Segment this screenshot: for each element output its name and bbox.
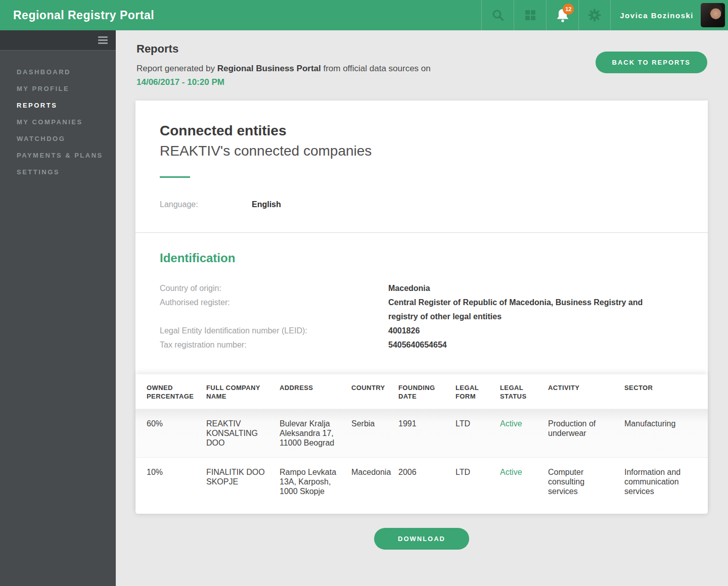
sidebar-item-my-profile[interactable]: MY PROFILE: [0, 80, 116, 97]
sidebar-item-watchdog[interactable]: WATCHDOG: [0, 130, 116, 147]
user-avatar[interactable]: [701, 3, 725, 27]
column-header-address: ADDRESS: [280, 383, 351, 401]
notifications-button[interactable]: 12: [546, 0, 578, 30]
cell-sector: Information and communication services: [624, 458, 703, 506]
download-button[interactable]: DOWNLOAD: [374, 528, 469, 550]
search-button[interactable]: [481, 0, 514, 30]
column-header-sector: SECTOR: [624, 383, 703, 401]
sidebar-item-reports[interactable]: REPORTS: [0, 97, 116, 114]
cell-address: Bulevar Kralja Aleksandra 17, 11000 Beog…: [280, 409, 351, 457]
field-country-of-origin: Country of origin: Macedonia: [160, 281, 684, 296]
field-label: Tax registration number:: [160, 338, 388, 352]
menu-toggle-icon[interactable]: [98, 35, 108, 45]
field-value: 5405640654654: [388, 338, 447, 352]
column-header-country: COUNTRY: [351, 383, 398, 401]
field-label: Legal Entity Identification number (LEID…: [160, 324, 388, 338]
apps-grid-icon: [524, 9, 536, 21]
identification-title: Identification: [160, 251, 684, 265]
language-label: Language:: [160, 200, 252, 209]
table-row: 10% FINALITIK DOO SKOPJE Rampo Levkata 1…: [135, 457, 708, 514]
column-header-founding-date: FOUNDING DATE: [398, 383, 456, 401]
settings-button[interactable]: [578, 0, 611, 30]
search-icon: [491, 9, 505, 22]
cell-country: Serbia: [351, 409, 398, 457]
field-tax-number: Tax registration number: 5405640654654: [160, 338, 684, 352]
cell-legal-status: Active: [500, 458, 548, 506]
portal-name: Regional Business Portal: [217, 64, 321, 73]
apps-button[interactable]: [514, 0, 546, 30]
sidebar-item-my-companies[interactable]: MY COMPANIES: [0, 114, 116, 130]
report-date: 14/06/2017 - 10:20 PM: [136, 77, 224, 87]
field-label: Authorised register:: [160, 296, 388, 324]
settings-gear-icon: [588, 9, 601, 22]
user-name[interactable]: Jovica Bozinoski: [611, 11, 701, 20]
identification-section: Identification Country of origin: Macedo…: [135, 233, 708, 374]
cell-sector: Manufacturing: [624, 409, 703, 457]
report-section-title: Connected entities: [160, 123, 684, 139]
cell-activity: Computer consulting services: [548, 458, 624, 506]
field-value: Central Register of Republic of Macedoni…: [388, 296, 661, 324]
table-row: 60% REAKTIV KONSALTING DOO Bulevar Kralj…: [135, 409, 708, 457]
cell-legal-form: LTD: [456, 409, 500, 457]
main-content: Reports Report generated by Regional Bus…: [116, 30, 728, 586]
column-header-owned-percentage: OWNED PERCENTAGE: [147, 383, 206, 401]
report-card: Connected entities REAKTIV's connected c…: [135, 101, 708, 514]
sidebar-menu: DASHBOARD MY PROFILE REPORTS MY COMPANIE…: [0, 51, 116, 180]
cell-full-company-name: REAKTIV KONSALTING DOO: [206, 409, 280, 457]
cell-full-company-name: FINALITIK DOO SKOPJE: [206, 458, 280, 506]
page-header: Reports Report generated by Regional Bus…: [116, 30, 728, 89]
cell-founding-date: 1991: [398, 409, 456, 457]
report-section-subtitle: REAKTIV's connected companies: [160, 143, 684, 159]
column-header-activity: ACTIVITY: [548, 383, 624, 401]
column-header-legal-form: LEGAL FORM: [456, 383, 500, 401]
language-row: Language: English: [160, 200, 684, 209]
app-title: Regional Registry Portal: [0, 9, 154, 22]
sidebar-item-payments-plans[interactable]: PAYMENTS & PLANS: [0, 147, 116, 164]
cell-activity: Production of underwear: [548, 409, 624, 457]
cell-owned-percentage: 60%: [147, 409, 206, 457]
app-header: Regional Registry Portal 12: [0, 0, 728, 30]
back-to-reports-button[interactable]: BACK TO REPORTS: [596, 52, 707, 73]
field-value: Macedonia: [388, 281, 430, 296]
download-section: DOWNLOAD: [135, 528, 708, 550]
column-header-full-company-name: FULL COMPANY NAME: [206, 383, 280, 401]
cell-legal-form: LTD: [456, 458, 500, 506]
field-value: 4001826: [388, 324, 420, 338]
cell-founding-date: 2006: [398, 458, 456, 506]
cell-address: Rampo Levkata 13A, Karposh, 1000 Skopje: [280, 458, 351, 506]
table-header-row: OWNED PERCENTAGE FULL COMPANY NAME ADDRE…: [135, 374, 708, 409]
sidebar-item-settings[interactable]: SETTINGS: [0, 164, 116, 180]
cell-legal-status: Active: [500, 409, 548, 457]
connected-entities-table: OWNED PERCENTAGE FULL COMPANY NAME ADDRE…: [135, 374, 708, 514]
sidebar: DASHBOARD MY PROFILE REPORTS MY COMPANIE…: [0, 30, 116, 586]
language-value: English: [252, 200, 281, 209]
field-authorised-register: Authorised register: Central Register of…: [160, 296, 684, 324]
field-label: Country of origin:: [160, 281, 388, 296]
accent-underline: [160, 176, 190, 178]
sidebar-item-dashboard[interactable]: DASHBOARD: [0, 64, 116, 80]
report-title-section: Connected entities REAKTIV's connected c…: [135, 101, 708, 232]
sidebar-header: [0, 30, 116, 51]
notification-badge: 12: [563, 4, 574, 15]
column-header-legal-status: LEGAL STATUS: [500, 383, 548, 401]
field-leid: Legal Entity Identification number (LEID…: [160, 324, 684, 338]
cell-country: Macedonia: [351, 458, 398, 506]
cell-owned-percentage: 10%: [147, 458, 206, 506]
report-generated-text: Report generated by Regional Business Po…: [136, 62, 465, 89]
